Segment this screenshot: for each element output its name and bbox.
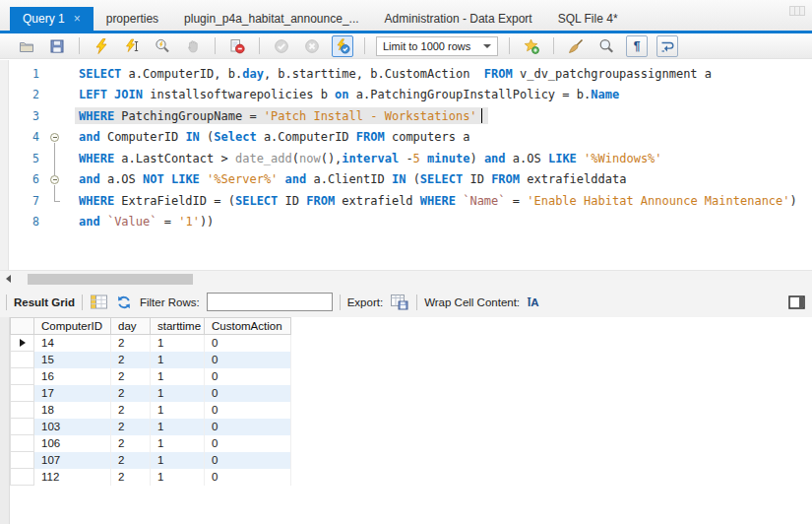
toggle-autocommit-button[interactable] — [332, 35, 353, 57]
cell[interactable]: 1 — [151, 452, 205, 469]
cell[interactable]: 15 — [34, 352, 111, 368]
code-text: WHERE ExtraFieldID = (SELECT ID FROM ext… — [75, 193, 803, 209]
code-line-4[interactable]: 4and ComputerID IN (Select a.ComputerID … — [0, 127, 812, 149]
table-row: 106210 — [10, 435, 291, 452]
cell[interactable]: 0 — [205, 402, 291, 419]
cell[interactable]: 17 — [34, 385, 111, 402]
fold-collapse-icon — [50, 133, 59, 142]
scroll-left-arrow-icon[interactable] — [6, 275, 11, 283]
code-line-1[interactable]: 1SELECT a.ComputerID, b.day, b.starttime… — [0, 63, 812, 85]
row-selector[interactable] — [10, 419, 34, 435]
editor-horizontal-scrollbar[interactable] — [0, 270, 812, 287]
execute-current-statement-button[interactable] — [121, 35, 143, 57]
cell[interactable]: 2 — [111, 402, 151, 419]
code-line-8[interactable]: 8and `Value` = '1')) — [0, 212, 812, 233]
cell[interactable]: 2 — [111, 435, 151, 452]
text-cursor — [481, 108, 482, 123]
find-in-editor-button[interactable] — [595, 35, 617, 57]
scrollbar-thumb[interactable] — [28, 274, 193, 285]
export-button[interactable] — [390, 292, 409, 313]
cell[interactable]: 1 — [151, 385, 205, 402]
save-script-button[interactable] — [46, 35, 68, 57]
tab-administration-data-export[interactable]: Administration - Data Export — [372, 7, 545, 31]
refresh-button[interactable] — [115, 292, 133, 313]
panel-toggle-button[interactable] — [787, 292, 806, 313]
column-header-customaction[interactable]: CustomAction — [205, 317, 291, 335]
tab-plugin-p4a-habitat-announce[interactable]: plugin_p4a_habitat_announce_... — [171, 7, 372, 31]
column-header-day[interactable]: day — [111, 317, 151, 335]
row-selector[interactable] — [10, 352, 34, 368]
cell[interactable]: 1 — [151, 469, 205, 486]
cell[interactable]: 1 — [151, 419, 205, 435]
wrap-cell-content-button[interactable]: ĪA — [527, 292, 540, 313]
row-selector-header — [10, 317, 34, 335]
cell[interactable]: 0 — [205, 368, 291, 385]
save-snippet-button[interactable] — [521, 35, 542, 57]
code-line-5[interactable]: 5WHERE a.LastContact > date_add(now(),in… — [0, 148, 812, 169]
cell[interactable]: 2 — [111, 469, 151, 486]
cell[interactable]: 16 — [34, 368, 111, 385]
sql-editor[interactable]: 1SELECT a.ComputerID, b.day, b.starttime… — [0, 60, 812, 270]
cell[interactable]: 14 — [34, 335, 111, 352]
cell[interactable]: 0 — [205, 469, 291, 486]
row-selector[interactable] — [10, 435, 34, 452]
cell[interactable]: 0 — [205, 435, 291, 452]
fold-gutter[interactable] — [39, 127, 75, 149]
cell[interactable]: 2 — [111, 335, 151, 352]
cell[interactable]: 1 — [151, 352, 205, 368]
cell[interactable]: 2 — [111, 419, 151, 435]
cell[interactable]: 0 — [205, 385, 291, 402]
cell[interactable]: 1 — [151, 435, 205, 452]
cell[interactable]: 103 — [34, 419, 111, 435]
cell[interactable]: 18 — [34, 402, 111, 419]
cell[interactable]: 2 — [111, 368, 151, 385]
cell[interactable]: 1 — [151, 368, 205, 385]
window-corner-icon — [789, 2, 805, 20]
cell[interactable]: 2 — [111, 385, 151, 402]
explain-plan-button[interactable] — [152, 35, 173, 57]
cell[interactable]: 107 — [34, 452, 111, 469]
open-script-button[interactable] — [16, 35, 37, 57]
tab-query-1[interactable]: Query 1× — [10, 7, 94, 31]
code-line-6[interactable]: 6and a.OS NOT LIKE '%Server%' and a.Clie… — [0, 169, 812, 191]
code-line-3[interactable]: 3WHERE PatchingGroupName = 'Patch Instal… — [0, 105, 812, 127]
cell[interactable]: 2 — [111, 352, 151, 368]
row-selector[interactable] — [10, 452, 34, 469]
beautify-query-button[interactable] — [565, 35, 587, 57]
tab-bar: Query 1×propertiesplugin_p4a_habitat_ann… — [10, 7, 631, 31]
row-selector[interactable] — [10, 385, 34, 402]
grid-body: 1421015210162101721018210103210106210107… — [10, 335, 291, 486]
cell[interactable]: 1 — [151, 335, 205, 352]
fold-gutter[interactable] — [39, 169, 75, 191]
tab-sql-file-4[interactable]: SQL File 4* — [545, 7, 631, 31]
row-selector[interactable] — [10, 335, 34, 352]
column-header-starttime[interactable]: starttime — [151, 317, 205, 335]
table-row: 14210 — [10, 335, 291, 352]
tab-label: properties — [106, 12, 158, 26]
cell[interactable]: 0 — [205, 352, 291, 368]
toggle-word-wrap-button[interactable] — [656, 35, 678, 57]
code-line-7[interactable]: 7WHERE ExtraFieldID = (SELECT ID FROM ex… — [0, 190, 812, 212]
cell[interactable]: 0 — [205, 335, 291, 352]
code-line-2[interactable]: 2LEFT JOIN installsoftwarepolicies b on … — [0, 85, 812, 106]
cell[interactable]: 0 — [205, 452, 291, 469]
cell[interactable]: 106 — [34, 435, 111, 452]
cell[interactable]: 112 — [34, 469, 111, 486]
cell[interactable]: 2 — [111, 452, 151, 469]
result-grid-toolbar: Result Grid Filter Rows: Export: Wrap Ce… — [0, 287, 812, 317]
cell[interactable]: 0 — [205, 419, 291, 435]
filter-rows-input[interactable] — [207, 293, 333, 311]
tab-label: plugin_p4a_habitat_announce_... — [184, 12, 359, 26]
tab-close-icon[interactable]: × — [74, 13, 81, 25]
cell[interactable]: 1 — [151, 402, 205, 419]
tab-properties[interactable]: properties — [94, 7, 171, 31]
toggle-stop-on-error-button[interactable] — [226, 35, 248, 57]
row-selector[interactable] — [10, 368, 34, 385]
execute-script-button[interactable] — [91, 35, 112, 57]
row-selector[interactable] — [10, 469, 34, 486]
row-selector[interactable] — [10, 402, 34, 419]
column-header-computerid[interactable]: ComputerID — [34, 317, 111, 335]
show-invisibles-button[interactable]: ¶ — [626, 35, 648, 57]
grid-view-button[interactable] — [90, 292, 108, 313]
row-limit-dropdown[interactable]: Limit to 1000 rows — [376, 36, 498, 56]
